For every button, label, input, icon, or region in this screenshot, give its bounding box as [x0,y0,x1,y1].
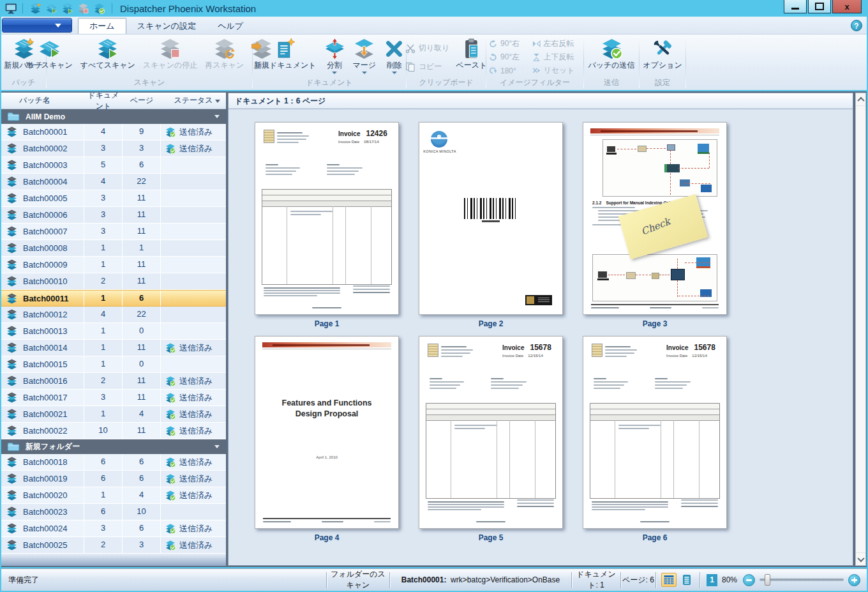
page-thumbnails-area: Invoice12426 Invoice Date08/17/14 Page 1… [228,109,853,565]
batch-row[interactable]: Batch00011 1 6 [1,290,226,307]
quick-scan-single-icon[interactable] [46,3,57,14]
batch-row[interactable]: Batch00019 6 6 送信済み [1,471,226,487]
page-thumbnail-5[interactable]: Invoice15678 Invoice Date12/15/14 Page 5 [419,336,563,542]
zoom-out-button[interactable] [743,574,755,586]
batch-group-header[interactable]: AIIM Demo [1,109,226,124]
page-thumbnail-3[interactable]: 2.1.2Support for Manual Indexing Only [583,122,727,328]
column-menu-arrow-icon[interactable] [215,100,220,103]
options-button[interactable]: オプション [640,37,684,70]
column-header-batch-name[interactable]: バッチ名 [1,95,84,106]
ribbon-group-label: ドキュメント [253,77,406,88]
ribbon-group-label: イメージフィルター [486,77,583,88]
batch-row[interactable]: Batch00009 1 11 [1,257,226,273]
detail-view-button[interactable] [679,573,694,587]
batch-row[interactable]: Batch00012 4 22 [1,307,226,323]
page-thumbnail-6[interactable]: Invoice15678 Invoice Date12/15/14 Page 6 [583,336,727,542]
scroll-up-button[interactable] [856,93,865,106]
sent-status-icon [165,393,176,403]
scan-all-button[interactable]: すべてスキャン [78,37,138,70]
batch-row[interactable]: Batch00024 3 6 送信済み [1,520,226,537]
zoom-slider-track[interactable] [760,579,844,581]
batch-row[interactable]: Batch00020 1 4 送信済み [1,487,226,504]
batch-name: Batch00012 [23,310,67,319]
ribbon-group-label: スキャン [47,77,252,88]
batch-row[interactable]: Batch00016 2 11 送信済み [1,373,226,390]
document-date: April 1, 2010 [255,455,398,459]
tab-scan-settings[interactable]: スキャンの設定 [126,19,207,34]
batch-row[interactable]: Batch00010 2 11 [1,273,226,290]
page-thumbnail-2[interactable]: KONICA MINOLTA Page 2 [419,122,563,328]
column-header-pages[interactable]: ページ [123,95,161,106]
batch-document-count: 1 [84,340,123,356]
merge-button[interactable]: マージ [350,37,379,74]
quick-scan-all-icon[interactable] [62,3,73,14]
scan-mode-button[interactable]: フォルダーのスキャン [327,569,389,591]
collapse-arrow-icon[interactable] [214,445,220,448]
minimize-button[interactable] [784,0,807,13]
batch-name: Batch00024 [23,524,67,533]
app-menu-button[interactable] [2,18,72,33]
zoom-slider[interactable] [743,574,860,586]
cut-button: 切り取り [403,42,453,55]
zoom-in-button[interactable] [848,574,860,586]
batch-row[interactable]: Batch00014 1 11 送信済み [1,340,226,356]
scan-single-button[interactable]: 単一スキャン [24,37,75,70]
batch-row[interactable]: Batch00017 3 11 送信済み [1,390,226,406]
help-button[interactable]: ? [851,20,862,31]
batch-row[interactable]: Batch00003 5 6 [1,157,226,174]
page-thumbnail-1[interactable]: Invoice12426 Invoice Date08/17/14 Page 1 [255,122,399,328]
vertical-scrollbar[interactable] [855,93,866,566]
tab-home[interactable]: ホーム [78,18,126,34]
tab-help[interactable]: ヘルプ [207,19,254,34]
collapse-arrow-icon[interactable] [214,115,220,118]
batch-page-count: 22 [123,174,161,190]
quick-new-batch-icon[interactable] [30,3,41,14]
batch-row[interactable]: Batch00023 6 10 [1,504,226,520]
page-preview: 2.1.2Support for Manual Indexing Only [583,122,727,315]
quick-stop-scan-icon[interactable] [78,3,89,14]
column-header-documents[interactable]: ドキュメント [84,90,123,112]
send-batch-button[interactable]: バッチの送信 [585,37,637,70]
batch-table-header[interactable]: バッチ名 ドキュメント ページ ステータス [1,93,226,109]
batch-row[interactable]: Batch00025 2 3 送信済み [1,537,226,554]
batch-row[interactable]: Batch00015 1 0 [1,356,226,373]
batch-icon [6,193,17,204]
invoice-date: 12/15/14 [692,354,707,358]
batch-status: 送信済み [179,457,213,468]
batch-row[interactable]: Batch00021 1 4 送信済み [1,406,226,423]
ribbon-group-send: バッチの送信 送信 [584,34,639,90]
group-name: AIIM Demo [26,112,65,121]
batch-page-count: 3 [123,537,161,553]
page-thumbnail-4[interactable]: Features and FunctionsDesign Proposal Ap… [255,336,399,542]
invoice-number: 15678 [694,343,715,352]
batch-row[interactable]: Batch00018 6 6 送信済み [1,454,226,471]
batch-row[interactable]: Batch00004 4 22 [1,174,226,190]
chevron-down-icon [362,72,367,74]
quick-send-batch-icon[interactable] [94,3,105,14]
batch-document-count: 1 [84,291,123,306]
batch-row[interactable]: Batch00008 1 1 [1,240,226,257]
batch-page-count: 0 [123,323,161,339]
batch-row[interactable]: Batch00013 1 0 [1,323,226,340]
batch-row[interactable]: Batch00007 3 11 [1,224,226,240]
thumbnail-view-button[interactable] [661,573,677,587]
batch-document-count: 3 [84,390,123,406]
close-button[interactable]: x [832,0,862,13]
scroll-down-button[interactable] [856,552,865,565]
split-button[interactable]: 分割 [322,37,348,74]
status-separator [655,572,656,588]
zoom-slider-handle[interactable] [765,574,770,586]
batch-row[interactable]: Batch00005 3 11 [1,190,226,207]
batch-group-header[interactable]: 新規フォルダー [1,439,226,454]
batch-row[interactable]: Batch00006 3 11 [1,207,226,224]
paste-button[interactable]: ペースト [453,37,490,70]
new-document-button[interactable]: 新規ドキュメント [251,37,319,70]
maximize-button[interactable] [808,0,831,13]
batch-icon [6,126,17,137]
rotate-left-icon [489,53,497,61]
batch-row[interactable]: Batch00001 4 9 送信済み [1,124,226,140]
batch-row[interactable]: Batch00002 3 3 送信済み [1,140,226,157]
batch-name: Batch00023 [23,507,67,517]
batch-row[interactable]: Batch00022 10 11 送信済み [1,423,226,439]
delete-icon [384,38,405,59]
